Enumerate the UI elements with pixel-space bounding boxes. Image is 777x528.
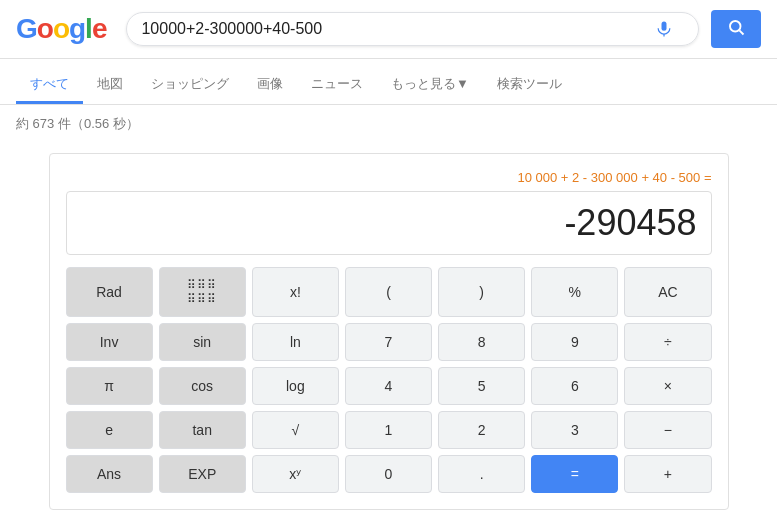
- nav-item-images[interactable]: 画像: [243, 67, 297, 104]
- nav-item-all[interactable]: すべて: [16, 67, 83, 104]
- mic-icon[interactable]: [654, 19, 674, 39]
- btn-pi[interactable]: π: [66, 367, 153, 405]
- btn-dot[interactable]: .: [438, 455, 525, 493]
- btn-rparen[interactable]: ): [438, 267, 525, 317]
- search-input[interactable]: [141, 20, 654, 38]
- search-bar: [126, 12, 699, 46]
- search-button[interactable]: [711, 10, 761, 48]
- svg-line-3: [739, 30, 743, 34]
- btn-4[interactable]: 4: [345, 367, 432, 405]
- nav-item-shopping[interactable]: ショッピング: [137, 67, 243, 104]
- calc-buttons: Rad ⠿⠿⠿⠿⠿⠿ x! ( ) % AC Inv sin ln 7 8 9 …: [66, 267, 712, 493]
- btn-grid[interactable]: ⠿⠿⠿⠿⠿⠿: [159, 267, 246, 317]
- btn-8[interactable]: 8: [438, 323, 525, 361]
- svg-point-2: [730, 21, 741, 32]
- btn-2[interactable]: 2: [438, 411, 525, 449]
- btn-7[interactable]: 7: [345, 323, 432, 361]
- btn-sin[interactable]: sin: [159, 323, 246, 361]
- btn-rad[interactable]: Rad: [66, 267, 153, 317]
- nav-item-tools[interactable]: 検索ツール: [483, 67, 576, 104]
- btn-3[interactable]: 3: [531, 411, 618, 449]
- btn-ac[interactable]: AC: [624, 267, 711, 317]
- btn-divide[interactable]: ÷: [624, 323, 711, 361]
- nav-bar: すべて 地図 ショッピング 画像 ニュース もっと見る▼ 検索ツール: [0, 59, 777, 105]
- calc-expression: 10 000 + 2 - 300 000 + 40 - 500 =: [66, 170, 712, 185]
- results-info: 約 673 件（0.56 秒）: [0, 105, 777, 143]
- calc-display: -290458: [66, 191, 712, 255]
- calculator: 10 000 + 2 - 300 000 + 40 - 500 = -29045…: [49, 153, 729, 510]
- btn-sqrt[interactable]: √: [252, 411, 339, 449]
- btn-tan[interactable]: tan: [159, 411, 246, 449]
- btn-plus[interactable]: +: [624, 455, 711, 493]
- btn-multiply[interactable]: ×: [624, 367, 711, 405]
- btn-ans[interactable]: Ans: [66, 455, 153, 493]
- btn-ln[interactable]: ln: [252, 323, 339, 361]
- calc-result: -290458: [564, 202, 696, 244]
- nav-item-maps[interactable]: 地図: [83, 67, 137, 104]
- nav-item-news[interactable]: ニュース: [297, 67, 377, 104]
- btn-exp[interactable]: EXP: [159, 455, 246, 493]
- btn-equals[interactable]: =: [531, 455, 618, 493]
- nav-item-more[interactable]: もっと見る▼: [377, 67, 483, 104]
- btn-minus[interactable]: −: [624, 411, 711, 449]
- btn-cos[interactable]: cos: [159, 367, 246, 405]
- btn-0[interactable]: 0: [345, 455, 432, 493]
- btn-6[interactable]: 6: [531, 367, 618, 405]
- btn-lparen[interactable]: (: [345, 267, 432, 317]
- header: Google: [0, 0, 777, 59]
- btn-percent[interactable]: %: [531, 267, 618, 317]
- btn-1[interactable]: 1: [345, 411, 432, 449]
- btn-e[interactable]: e: [66, 411, 153, 449]
- btn-5[interactable]: 5: [438, 367, 525, 405]
- results-count: 約 673 件（0.56 秒）: [16, 116, 139, 131]
- btn-9[interactable]: 9: [531, 323, 618, 361]
- btn-log[interactable]: log: [252, 367, 339, 405]
- btn-pow[interactable]: xʸ: [252, 455, 339, 493]
- btn-inv[interactable]: Inv: [66, 323, 153, 361]
- btn-xfact[interactable]: x!: [252, 267, 339, 317]
- svg-rect-0: [662, 22, 667, 31]
- google-logo: Google: [16, 13, 106, 45]
